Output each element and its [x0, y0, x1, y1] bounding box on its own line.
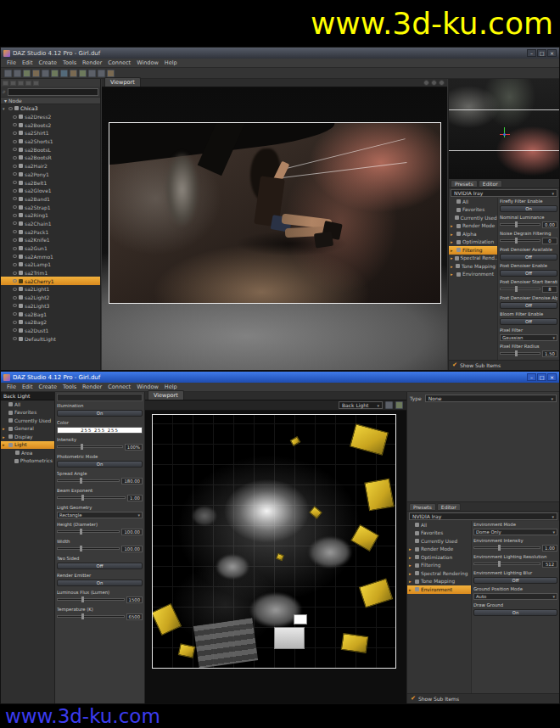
props-group-item[interactable]: ▸ Filtering: [407, 562, 471, 570]
selected-light-header[interactable]: Back Light: [1, 392, 54, 400]
scene-tree-item[interactable]: DefaultLight: [1, 334, 100, 343]
param-slider[interactable]: [500, 223, 540, 226]
titlebar-top[interactable]: DAZ Studio 4.12 Pro - Girl.duf – □ ×: [1, 48, 559, 59]
param-value[interactable]: On: [500, 205, 557, 212]
light-group-item[interactable]: ▸ Currently Used: [1, 417, 54, 425]
toolbar-icon[interactable]: [14, 70, 21, 77]
viewport-icon[interactable]: [395, 401, 403, 409]
scene-tree-item[interactable]: sa2Shorts1: [1, 137, 100, 146]
visibility-icon[interactable]: [13, 214, 17, 217]
slider-thumb[interactable]: [515, 221, 518, 227]
scene-tree-item[interactable]: sa2Pony1: [1, 171, 100, 179]
show-sub-items-label[interactable]: Show Sub Items: [418, 696, 459, 702]
toolbar-icon[interactable]: [98, 70, 105, 77]
slider-thumb[interactable]: [80, 529, 82, 535]
props-group-item[interactable]: ▸ Environment: [407, 585, 471, 594]
slider-thumb[interactable]: [81, 596, 84, 602]
menu-item[interactable]: Window: [134, 59, 161, 66]
param-value[interactable]: On: [57, 410, 143, 417]
menu-item[interactable]: File: [4, 384, 19, 390]
light-group-item[interactable]: ▸ Favorites: [1, 409, 54, 417]
scene-tool-icon[interactable]: [10, 81, 16, 86]
toolbar-icon[interactable]: [70, 70, 77, 77]
viewport-3d-view[interactable]: [102, 87, 447, 370]
param-slider[interactable]: [473, 563, 540, 565]
param-value[interactable]: 0.00: [542, 221, 557, 228]
menu-item[interactable]: Tools: [60, 59, 79, 66]
close-button[interactable]: ×: [547, 373, 557, 381]
param-slider[interactable]: [500, 288, 540, 290]
slider-thumb[interactable]: [81, 495, 84, 501]
scene-tree-item[interactable]: sa2BootsL: [1, 145, 100, 154]
visibility-icon[interactable]: [13, 328, 17, 332]
menu-item[interactable]: Edit: [20, 59, 36, 66]
param-value[interactable]: 0: [542, 238, 557, 244]
expander-icon[interactable]: ▾: [3, 106, 7, 111]
param-value[interactable]: 512: [542, 561, 557, 568]
slider-thumb[interactable]: [515, 286, 518, 292]
light-group-item[interactable]: ▸ All: [1, 400, 54, 409]
scene-tree-item[interactable]: sa2Dress2: [1, 113, 100, 121]
props-tab[interactable]: Presets: [409, 503, 436, 511]
titlebar-bottom[interactable]: DAZ Studio 4.12 Pro - Girl.duf – □ ×: [1, 372, 559, 383]
slider-thumb[interactable]: [80, 478, 82, 484]
visibility-icon[interactable]: [13, 296, 17, 300]
slider-thumb[interactable]: [515, 238, 518, 244]
props-group-item[interactable]: ▸ All: [449, 198, 497, 206]
menu-item[interactable]: File: [4, 59, 19, 66]
scene-tree-item[interactable]: sa2Pack1: [1, 227, 100, 236]
toolbar-icon[interactable]: [79, 70, 87, 77]
param-value[interactable]: 1500: [126, 596, 143, 603]
param-value[interactable]: 1.50: [542, 350, 557, 357]
scene-tree-item[interactable]: sa2Chain1: [1, 220, 100, 228]
slider-thumb[interactable]: [498, 545, 501, 551]
type-select[interactable]: None▾: [425, 395, 557, 402]
toolbar-icon[interactable]: [42, 70, 49, 77]
visibility-icon[interactable]: [13, 263, 17, 266]
props-group-item[interactable]: ▸ Tone Mapping: [407, 578, 471, 586]
param-value[interactable]: 8: [542, 286, 557, 293]
param-slider[interactable]: [57, 530, 120, 533]
param-value[interactable]: Off: [500, 270, 557, 277]
zoom-icon[interactable]: [439, 80, 445, 86]
param-value[interactable]: Off: [473, 577, 557, 584]
visibility-icon[interactable]: [13, 272, 17, 275]
toolbar-icon[interactable]: [60, 70, 68, 77]
checkmark-icon[interactable]: ✔: [452, 362, 457, 368]
visibility-icon[interactable]: [13, 312, 17, 316]
scene-tree-item[interactable]: sa2Knife1: [1, 236, 100, 244]
param-value[interactable]: 100%: [125, 444, 143, 451]
param-value[interactable]: Off: [57, 563, 143, 569]
menu-item[interactable]: Help: [162, 384, 180, 390]
menu-item[interactable]: Tools: [60, 384, 79, 390]
maximize-button[interactable]: □: [537, 49, 546, 57]
visibility-icon[interactable]: [13, 279, 17, 283]
orbit-icon[interactable]: [423, 80, 429, 86]
light-group-item[interactable]: ▸ General: [1, 425, 54, 434]
minimize-button[interactable]: –: [527, 373, 536, 381]
param-value[interactable]: 100.00: [121, 529, 143, 535]
param-slider[interactable]: [57, 445, 123, 448]
visibility-icon[interactable]: [13, 247, 17, 250]
toolbar-icon[interactable]: [107, 70, 115, 77]
minimize-button[interactable]: –: [527, 49, 536, 57]
toolbar-icon[interactable]: [4, 70, 12, 77]
props-tab[interactable]: Editor: [479, 180, 502, 188]
param-value[interactable]: 1.00: [127, 495, 143, 501]
visibility-icon[interactable]: [13, 115, 17, 119]
show-sub-items-label[interactable]: Show Sub Items: [460, 362, 501, 368]
scene-tool-icon[interactable]: [3, 81, 8, 86]
param-value[interactable]: 6500: [126, 613, 143, 620]
close-button[interactable]: ×: [547, 49, 557, 57]
maximize-button[interactable]: □: [537, 373, 546, 381]
props-group-item[interactable]: ▸ All: [407, 521, 471, 529]
props-group-item[interactable]: ▸ Currently Used: [407, 537, 471, 546]
scene-tree-item[interactable]: sa2Hair2: [1, 162, 100, 171]
param-value[interactable]: 1.00: [542, 545, 557, 552]
visibility-icon[interactable]: [13, 221, 17, 225]
props-group-item[interactable]: ▸ Spectral Rendering: [407, 569, 471, 578]
scene-tree-item[interactable]: sa2Bag2: [1, 318, 100, 327]
scene-tree-item[interactable]: sa2Band1: [1, 195, 100, 204]
param-slider[interactable]: [473, 546, 540, 549]
menu-item[interactable]: Help: [162, 59, 180, 66]
